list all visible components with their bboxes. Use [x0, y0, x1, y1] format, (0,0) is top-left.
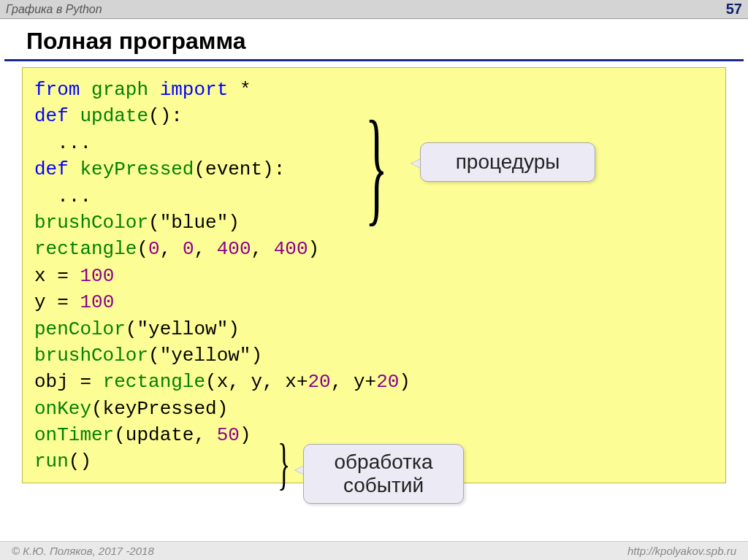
code-line: penColor("yellow"): [34, 316, 714, 342]
code-line: from graph import *: [34, 77, 714, 103]
code-line: onKey(keyPressed): [34, 396, 714, 422]
code-line: ...: [34, 130, 714, 156]
slide-header: Графика в Python 57: [0, 0, 748, 19]
footer-url: http://kpolyakov.spb.ru: [627, 545, 736, 557]
header-course-title: Графика в Python: [6, 3, 102, 16]
code-line: def keyPressed(event):: [34, 156, 714, 183]
code-line: x = 100: [34, 263, 714, 289]
code-line: rectangle(0, 0, 400, 400): [34, 236, 714, 262]
annotation-events: обработка событий: [303, 444, 464, 504]
code-line: obj = rectangle(x, y, x+20, y+20): [34, 369, 714, 395]
code-line: def update():: [34, 103, 714, 129]
code-line: ...: [34, 183, 714, 210]
slide-footer: © К.Ю. Поляков, 2017 -2018 http://kpolya…: [0, 541, 748, 560]
code-line: y = 100: [34, 289, 714, 315]
code-line: brushColor("blue"): [34, 210, 714, 236]
slide-title: Полная программа: [4, 19, 744, 61]
page-number: 57: [726, 1, 742, 18]
code-block: from graph import * def update(): ... de…: [22, 67, 726, 483]
footer-copyright: © К.Ю. Поляков, 2017 -2018: [12, 545, 154, 557]
code-line: brushColor("yellow"): [34, 342, 714, 369]
annotation-procedures: процедуры: [420, 142, 595, 182]
